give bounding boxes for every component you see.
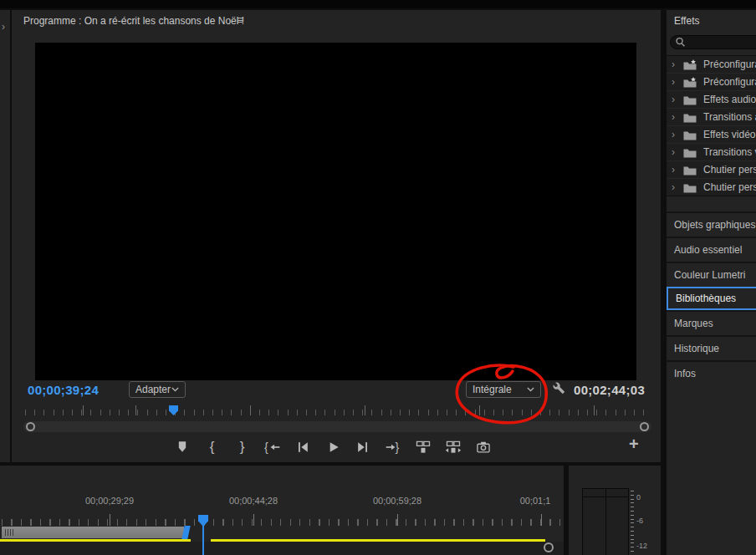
chevron-down-icon — [527, 387, 534, 392]
go-to-in-button[interactable] — [263, 437, 282, 457]
step-forward-icon — [355, 439, 371, 456]
tab-label: Audio essentiel — [674, 244, 742, 256]
tab-marques[interactable]: Marques — [667, 310, 756, 335]
chevron-right-icon[interactable]: › — [672, 76, 683, 88]
effects-item-label: Transitions vidéo — [703, 146, 756, 158]
db-scale-label: -6 — [636, 517, 643, 525]
effects-item-label: Chutier personnalisé — [703, 164, 756, 176]
timeline-ruler[interactable] — [0, 514, 564, 526]
marker-icon — [174, 439, 191, 456]
chevron-down-icon — [171, 387, 179, 392]
wrench-settings-icon[interactable] — [551, 380, 567, 396]
effects-tree-item[interactable]: ›Effets vidéo — [667, 126, 756, 144]
timeline-track-area[interactable] — [0, 542, 564, 555]
effects-search-input[interactable] — [670, 35, 756, 49]
program-scrub-ruler[interactable] — [25, 405, 651, 415]
program-panel-title[interactable]: Programme : On a ré-écrit les chansons d… — [23, 15, 244, 27]
timeline-panel[interactable]: 00;00;29;2900;00;44;2800;00;59;2800;01;1 — [0, 466, 564, 555]
current-timecode[interactable]: 00;00;39;24 — [28, 383, 99, 397]
effects-tree-item[interactable]: ›Transitions vidéo — [667, 144, 756, 161]
preset-folder-icon — [683, 59, 697, 70]
folder-icon — [683, 182, 697, 193]
work-area-grip[interactable] — [5, 529, 13, 536]
transport-controls: {} — [172, 436, 493, 458]
chevron-right-icon[interactable]: › — [672, 164, 683, 176]
ruler-major-ticks — [0, 514, 564, 526]
playback-quality-dropdown[interactable]: Intégrale — [466, 381, 541, 398]
chevron-right-icon[interactable]: › — [672, 59, 683, 70]
tab-couleur-lumetri[interactable]: Couleur Lumetri — [667, 262, 756, 287]
add-marker-button[interactable] — [172, 437, 192, 457]
ruler-major-ticks — [25, 405, 651, 415]
work-area-bar[interactable] — [2, 527, 184, 538]
timeline-timecode-label: 00;00;44;28 — [229, 496, 278, 506]
folder-icon — [683, 130, 697, 140]
collapsed-panel-rail[interactable]: › — [0, 10, 10, 462]
chevron-right-icon[interactable]: › — [672, 94, 683, 105]
panel-menu-icon[interactable]: ≡ — [237, 13, 243, 27]
tab-label: Objets graphiques — [674, 219, 755, 231]
playback-quality-value: Intégrale — [472, 384, 527, 395]
chevron-right-icon[interactable]: › — [672, 181, 683, 193]
tab-historique[interactable]: Historique — [667, 335, 756, 360]
timeline-timecode-label: 00;00;59;28 — [373, 496, 421, 506]
video-preview[interactable] — [35, 43, 636, 380]
program-zoom-scrollbar[interactable] — [23, 421, 651, 432]
db-scale-label: 0 — [636, 493, 641, 502]
sequence-duration-timecode: 00;02;44;03 — [574, 383, 645, 397]
tab-effects[interactable]: Effets — [674, 15, 699, 27]
step-forward-button[interactable] — [353, 437, 372, 457]
mark-out-icon: } — [240, 439, 245, 456]
tab-biblioth-ques[interactable]: Bibliothèques — [667, 287, 756, 310]
scrollbar-left-handle[interactable] — [26, 422, 35, 431]
stacked-panel-tabs: Objets graphiquesAudio essentielCouleur … — [667, 211, 756, 385]
timeline-scroll-handle[interactable] — [544, 542, 554, 552]
effects-tree-item[interactable]: ›Transitions audio — [667, 109, 756, 126]
search-icon — [675, 37, 686, 48]
extract-icon — [445, 439, 462, 456]
tab-label: Bibliothèques — [676, 293, 736, 304]
chevron-right-icon[interactable]: › — [672, 146, 683, 158]
zoom-fit-dropdown[interactable]: Adapter — [129, 381, 186, 398]
mark-in-button[interactable]: { — [202, 437, 222, 457]
step-back-button[interactable] — [293, 437, 312, 457]
db-scale-ticks — [631, 491, 634, 555]
play-icon — [324, 439, 341, 456]
tab-audio-essentiel[interactable]: Audio essentiel — [667, 237, 756, 262]
channel-divider — [605, 489, 606, 555]
extract-button[interactable] — [443, 437, 462, 457]
go-to-in-icon — [264, 439, 281, 456]
mark-out-button[interactable]: } — [232, 437, 252, 457]
button-editor-add-button[interactable]: + — [629, 435, 639, 454]
program-monitor-panel: Programme : On a ré-écrit les chansons d… — [12, 10, 661, 462]
lift-button[interactable] — [413, 437, 432, 457]
tab-label: Infos — [674, 368, 696, 379]
zoom-fit-value: Adapter — [135, 384, 171, 395]
effects-item-label: Préconfigurations — [703, 76, 756, 88]
tab-objets-graphiques[interactable]: Objets graphiques — [667, 211, 756, 237]
audio-level-meters — [582, 488, 629, 555]
folder-icon — [683, 165, 697, 176]
effects-item-label: Chutier personnalisé — [703, 181, 756, 193]
folder-icon — [683, 147, 697, 158]
effects-tree-item[interactable]: ›Effets audio — [667, 91, 756, 109]
timeline-timecode-label: 00;00;29;29 — [85, 496, 134, 506]
db-scale-label: -12 — [636, 542, 647, 550]
tab-label: Historique — [674, 343, 719, 354]
effects-tree-item[interactable]: ›Préconfigurations — [667, 74, 756, 91]
app-top-strip — [0, 0, 756, 8]
tab-infos[interactable]: Infos — [667, 360, 756, 385]
export-frame-button[interactable] — [473, 437, 493, 457]
audio-meters-panel: 0-6-12 — [569, 466, 661, 555]
chevron-right-icon[interactable]: › — [672, 129, 683, 140]
chevron-right-icon[interactable]: › — [672, 111, 683, 123]
timeline-timecode-label: 00;01;1 — [520, 496, 551, 506]
effects-tree-item[interactable]: ›Préconfigurations — [667, 56, 756, 74]
scrollbar-right-handle[interactable] — [640, 422, 649, 431]
play-button[interactable] — [323, 437, 342, 457]
expand-panel-chevron-icon[interactable]: › — [2, 21, 5, 33]
effects-tree-item[interactable]: ›Chutier personnalisé — [667, 161, 756, 179]
effects-tree-item[interactable]: ›Chutier personnalisé — [667, 179, 756, 196]
go-to-out-button[interactable] — [383, 437, 402, 457]
mark-in-icon: { — [210, 439, 215, 456]
